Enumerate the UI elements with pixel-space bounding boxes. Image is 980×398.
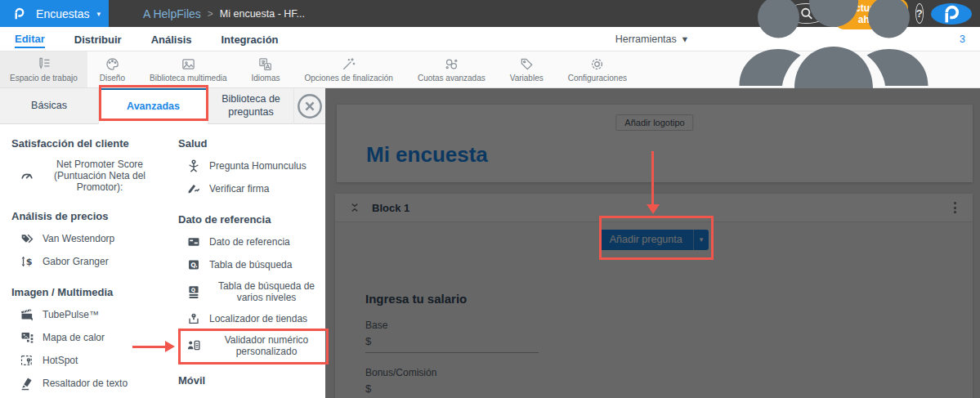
- section-title-imagen-multimedia: Imagen / Multimedia: [11, 286, 178, 298]
- app-window: Encuestas ▾ A HelpFiles > Mi encuesta - …: [0, 0, 980, 398]
- links-icon: [444, 56, 459, 72]
- workspace: Básicas Avanzadas Biblioteca de pregunta…: [0, 88, 980, 398]
- toolbar-item-idiomas[interactable]: Idiomas: [239, 51, 292, 87]
- main-nav: Editar Distribuir Análisis Integración H…: [0, 27, 980, 51]
- panel-content: Satisfacción del cliente Net Promoter Sc…: [0, 124, 325, 398]
- price-elasticity-icon: $: [20, 254, 34, 269]
- palette-icon: [105, 56, 120, 72]
- breadcrumb-survey-name: Mi encuesta - HF...: [220, 8, 305, 20]
- gear-icon: [589, 56, 605, 72]
- close-icon: [294, 91, 325, 122]
- hotspot-icon: [20, 353, 34, 368]
- question-type-tabla-busqueda-niveles[interactable]: Q Tabla de búsqueda de varios niveles: [178, 276, 325, 307]
- tab-basicas[interactable]: Básicas: [0, 88, 99, 124]
- highlighter-icon: [20, 376, 34, 391]
- tab-editar[interactable]: Editar: [15, 29, 45, 48]
- toolbar-item-diseno[interactable]: Diseño: [87, 51, 137, 87]
- question-type-validador-numerico[interactable]: Validador numérico personalizado: [178, 330, 325, 361]
- question-type-van-westendorp[interactable]: Van Westendorp: [11, 227, 178, 250]
- clapperboard-icon: [20, 307, 34, 322]
- question-type-hotspot[interactable]: HotSpot: [11, 349, 178, 372]
- toolbar-item-espacio-de-trabajo[interactable]: Espacio de trabajo: [0, 51, 87, 87]
- store-locator-icon: [186, 311, 201, 326]
- reference-card-icon: [186, 235, 201, 249]
- collaborators-count: 3: [960, 34, 965, 45]
- svg-text:$: $: [26, 257, 33, 267]
- svg-text:Q: Q: [191, 287, 196, 293]
- panel-tabs: Básicas Avanzadas Biblioteca de pregunta…: [0, 88, 325, 124]
- toolbar-item-cuotas-avanzadas[interactable]: Cuotas avanzadas: [405, 51, 498, 87]
- signature-icon: [186, 181, 201, 196]
- section-title-salud: Salud: [178, 137, 325, 150]
- tags-icon: [20, 231, 34, 246]
- tab-analisis[interactable]: Análisis: [151, 30, 192, 47]
- dim-overlay: [325, 88, 980, 398]
- question-type-verificar-firma[interactable]: Verificar firma: [178, 177, 325, 200]
- lookup-table-icon: Q: [186, 257, 201, 272]
- question-type-tabla-busqueda[interactable]: Q Tabla de búsqueda: [178, 253, 325, 276]
- toolbar-item-biblioteca-multimedia[interactable]: Biblioteca multimedia: [137, 51, 239, 87]
- question-type-dato-referencia[interactable]: Dato de referencia: [178, 230, 325, 253]
- translate-icon: [257, 56, 273, 72]
- numeric-validator-icon: [186, 338, 201, 353]
- homunculus-icon: [186, 159, 201, 173]
- questionpro-logo-icon: [8, 7, 30, 20]
- section-title-movil: Móvil: [178, 374, 325, 387]
- toolbar-item-variables[interactable]: Variables: [498, 51, 556, 87]
- tab-biblioteca-preguntas[interactable]: Biblioteca de preguntas: [208, 88, 294, 124]
- section-title-satisfaccion: Satisfacción del cliente: [11, 137, 178, 150]
- section-title-dato-referencia: Dato de referencia: [178, 213, 325, 226]
- nps-gauge-icon: [20, 168, 34, 183]
- svg-text:Q: Q: [190, 262, 196, 269]
- survey-stage: Añadir logotipo Mi encuesta Block 1 Añad…: [325, 88, 980, 398]
- breadcrumb-account[interactable]: A HelpFiles: [143, 7, 201, 20]
- tools-menu[interactable]: Herramientas: [615, 34, 677, 45]
- close-panel-button[interactable]: [294, 88, 325, 124]
- wand-icon: [341, 56, 356, 72]
- toolbar-item-configuraciones[interactable]: Configuraciones: [556, 51, 639, 87]
- image-icon: [181, 56, 196, 72]
- chevron-down-icon: ▾: [96, 10, 101, 18]
- tab-distribuir[interactable]: Distribuir: [74, 30, 122, 47]
- question-type-gabor-granger[interactable]: $ Gabor Granger: [11, 250, 178, 273]
- question-type-mapa-de-calor[interactable]: Mapa de calor: [11, 326, 178, 349]
- chevron-down-icon: ▾: [682, 33, 687, 45]
- tab-integracion[interactable]: Integración: [222, 30, 279, 47]
- tab-avanzadas[interactable]: Avanzadas: [99, 88, 208, 124]
- question-type-panel: Básicas Avanzadas Biblioteca de pregunta…: [0, 88, 325, 398]
- breadcrumb-separator: >: [208, 8, 213, 20]
- breadcrumb: A HelpFiles > Mi encuesta - HF...: [109, 0, 305, 27]
- multilevel-lookup-icon: Q: [186, 284, 201, 299]
- question-type-localizador-tiendas[interactable]: Localizador de tiendas: [178, 307, 325, 330]
- question-type-tubepulse[interactable]: TubePulse™: [11, 303, 178, 326]
- tag-icon: [519, 56, 535, 72]
- toolbar-item-opciones-finalizacion[interactable]: Opciones de finalización: [293, 51, 405, 87]
- question-type-resaltador-texto[interactable]: Resaltador de texto: [11, 372, 178, 395]
- question-type-nps[interactable]: Net Promoter Score (Puntuación Neta del …: [11, 154, 178, 197]
- product-switcher[interactable]: Encuestas ▾: [0, 0, 109, 27]
- section-title-analisis-precios: Análisis de precios: [11, 210, 178, 222]
- product-label: Encuestas: [36, 7, 89, 20]
- question-type-homunculus[interactable]: Pregunta Homunculus: [178, 154, 325, 177]
- workspace-icon: [36, 56, 51, 72]
- heatmap-icon: [20, 330, 34, 345]
